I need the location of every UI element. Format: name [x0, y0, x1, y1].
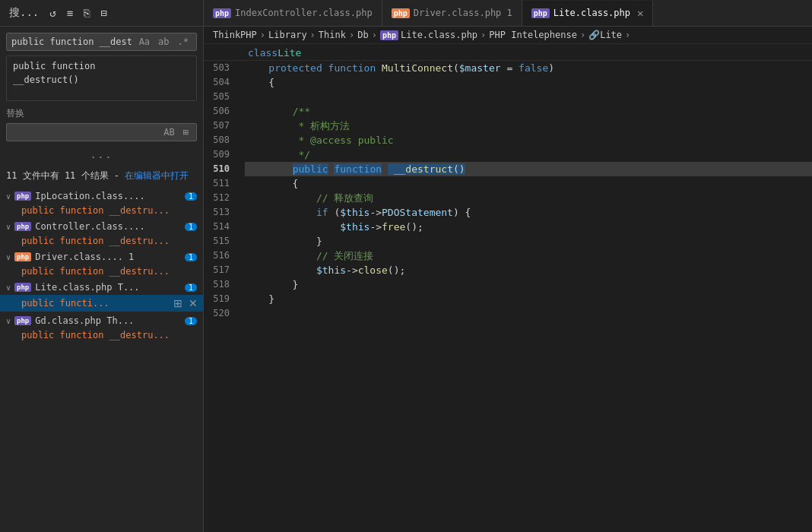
layout-icon[interactable]: ⊟ [97, 5, 109, 21]
result-item-controller-0[interactable]: public function __destru... [0, 234, 203, 248]
breadcrumb-think[interactable]: Think [319, 30, 346, 40]
open-in-editor-link[interactable]: 在编辑器中打开 [125, 170, 189, 181]
tab-indexcontroller[interactable]: php IndexController.class.php [204, 0, 382, 26]
line-num-504: 504 [204, 75, 230, 90]
breadcrumb-db[interactable]: Db [357, 30, 368, 40]
result-group-header-gd[interactable]: ∨ php Gd.class.php Th... 1 [0, 313, 203, 328]
line-num-512: 512 [204, 191, 230, 205]
result-group-header-lite[interactable]: ∨ php Lite.class.php T... 1 [0, 280, 203, 295]
line-num-510: 510 [204, 162, 230, 176]
search-toolbar: 搜... ↺ ≡ ⎘ ⊟ [0, 0, 204, 26]
line-num-511: 511 [204, 176, 230, 191]
code-editor[interactable]: 503 504 505 506 507 508 509 510 511 512 … [204, 61, 812, 532]
php-icon-iplocation: php [14, 192, 31, 201]
group-badge-driver: 1 [185, 253, 197, 261]
match-case-btn[interactable]: Aa [136, 36, 153, 48]
chevron-lite: ∨ [6, 283, 11, 292]
code-line-520 [245, 306, 812, 321]
top-bar: 搜... ↺ ≡ ⎘ ⊟ php IndexController.class.p… [0, 0, 812, 27]
breadcrumb-library[interactable]: Library [268, 30, 307, 40]
search-sidebar: Aa ab .* public function__destruct() 替换 … [0, 27, 204, 532]
replace-label: 替换 [6, 107, 197, 120]
line-numbers: 503 504 505 506 507 508 509 510 511 512 … [204, 61, 242, 532]
breadcrumb-intelephense[interactable]: PHP Intelephense [489, 30, 577, 40]
replace-single-btn[interactable]: ⊞ [171, 296, 185, 310]
breadcrumb-thinkphp[interactable]: ThinkPHP [213, 30, 257, 40]
breadcrumb-lite-class[interactable]: Lite [600, 30, 622, 40]
search-label-icon[interactable]: 搜... [6, 5, 42, 21]
line-num-505: 505 [204, 90, 230, 104]
replace-input[interactable] [11, 127, 157, 138]
breadcrumb-lite-icon: 🔗 [588, 30, 600, 40]
code-content[interactable]: protected function MultiConnect($master … [242, 61, 812, 532]
code-line-505 [245, 90, 812, 104]
tab-driver[interactable]: php Driver.class.php 1 [382, 0, 522, 26]
php-icon-lite: php [531, 8, 550, 18]
code-line-508: * @access public [245, 133, 812, 147]
breadcrumb-sep-4: › [372, 30, 377, 40]
result-item-lite-0[interactable]: public functi... ⊞ ✕ [0, 295, 203, 312]
search-term-display: public function__destruct() [6, 55, 197, 101]
code-line-503: protected function MultiConnect($master … [245, 61, 812, 75]
search-input-row: Aa ab .* [6, 33, 197, 51]
result-group-header-iplocation[interactable]: ∨ php IpLocation.class.... 1 [0, 188, 203, 204]
php-icon-driver: php [392, 8, 410, 18]
group-filename-iplocation: IpLocation.class.... [35, 191, 145, 201]
tab-close-lite[interactable]: ✕ [637, 7, 643, 19]
php-icon-indexcontroller: php [213, 8, 231, 18]
replace-ab-btn[interactable]: AB [160, 126, 177, 138]
breadcrumb-sep-7: › [625, 30, 630, 40]
result-group-controller: ∨ php Controller.class.... 1 public func… [0, 219, 203, 248]
class-name: Lite [278, 47, 301, 59]
breadcrumb-lite-file[interactable]: Lite.class.php [401, 30, 477, 40]
line-num-516: 516 [204, 249, 230, 263]
breadcrumb-sep-6: › [580, 30, 585, 40]
breadcrumb-sep-3: › [349, 30, 354, 40]
results-count: 11 文件中有 11 个结果 - [6, 170, 119, 181]
class-header-bar: class Lite [204, 44, 812, 61]
code-line-512: // 释放查询 [245, 191, 812, 205]
result-item-driver-0[interactable]: public function __destru... [0, 264, 203, 278]
editor-area: ThinkPHP › Library › Think › Db › php Li… [204, 27, 812, 532]
code-line-517: $this->close(); [245, 263, 812, 277]
regex-btn[interactable]: .* [175, 36, 192, 48]
code-line-507: * 析构方法 [245, 119, 812, 133]
line-num-508: 508 [204, 133, 230, 147]
php-icon-lite-group: php [14, 283, 31, 292]
group-filename-lite: Lite.class.php T... [35, 282, 139, 293]
search-input[interactable] [11, 36, 133, 47]
group-filename-gd: Gd.class.php Th... [35, 315, 134, 326]
tab-label-lite: Lite.class.php [553, 8, 630, 18]
result-group-driver: ∨ php Driver.class.... 1 1 public functi… [0, 249, 203, 278]
results-list: ∨ php IpLocation.class.... 1 public func… [0, 188, 203, 532]
result-actions-lite: ⊞ ✕ [171, 296, 200, 310]
group-badge-iplocation: 1 [185, 192, 197, 201]
refresh-icon[interactable]: ↺ [46, 5, 59, 21]
line-num-518: 518 [204, 277, 230, 292]
result-group-lite: ∨ php Lite.class.php T... 1 public funct… [0, 280, 203, 312]
code-line-516: // 关闭连接 [245, 249, 812, 263]
replace-box: 替换 AB ⊞ [0, 107, 203, 147]
result-item-gd-0[interactable]: public function __destru... [0, 328, 203, 342]
code-line-509: */ [245, 147, 812, 162]
collapse-all-icon[interactable]: ≡ [64, 5, 76, 21]
line-num-509: 509 [204, 147, 230, 162]
result-group-header-driver[interactable]: ∨ php Driver.class.... 1 1 [0, 249, 203, 264]
replace-input-row: AB ⊞ [6, 123, 197, 141]
line-num-519: 519 [204, 292, 230, 306]
tab-lite[interactable]: php Lite.class.php ✕ [522, 1, 654, 27]
more-dots: ... [0, 147, 203, 163]
tab-label-driver: Driver.class.php 1 [414, 8, 512, 18]
replace-all-btn[interactable]: ⊞ [180, 126, 192, 138]
php-icon-gd: php [14, 316, 31, 325]
line-num-514: 514 [204, 220, 230, 234]
code-line-506: /** [245, 104, 812, 119]
code-line-514: $this->free(); [245, 220, 812, 234]
dismiss-btn[interactable]: ✕ [186, 296, 200, 310]
whole-word-btn[interactable]: ab [155, 36, 172, 48]
result-item-iplocation-0[interactable]: public function __destru... [0, 204, 203, 217]
new-file-icon[interactable]: ⎘ [81, 5, 93, 21]
results-info: 11 文件中有 11 个结果 - 在编辑器中打开 [0, 163, 203, 188]
code-line-518: } [245, 277, 812, 292]
result-group-header-controller[interactable]: ∨ php Controller.class.... 1 [0, 219, 203, 234]
